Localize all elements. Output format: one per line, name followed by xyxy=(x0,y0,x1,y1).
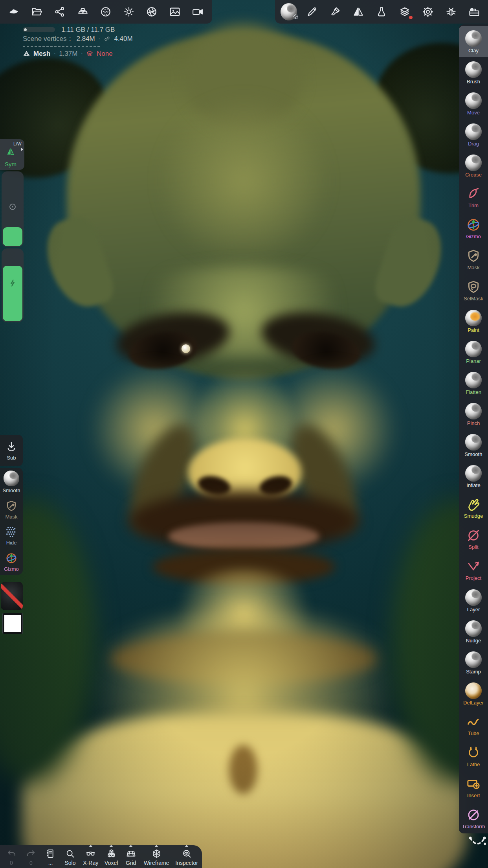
tool-label: Gizmo xyxy=(466,234,481,239)
matcap-sphere-icon xyxy=(465,403,482,419)
voxel-cubes-button[interactable]: Voxel xyxy=(105,845,118,866)
texture-none-swatch[interactable] xyxy=(1,582,23,610)
dock-button-smooth[interactable]: Smooth xyxy=(3,471,20,493)
flask-button[interactable] xyxy=(373,3,390,20)
tool-paint[interactable]: Paint xyxy=(459,305,488,337)
strength-slider[interactable] xyxy=(2,248,24,322)
voxel-cubes-icon xyxy=(106,848,117,859)
tool-inflate[interactable]: Inflate xyxy=(459,461,488,492)
tool-clay[interactable]: Clay xyxy=(459,26,488,57)
mesh-name[interactable]: Mesh xyxy=(33,50,50,58)
tool-label: Smooth xyxy=(465,452,482,457)
matcap-sphere-icon xyxy=(465,434,482,451)
debug-bug-button[interactable] xyxy=(443,3,459,20)
top-left-toolbar xyxy=(0,0,212,24)
tool-smudge[interactable]: Smudge xyxy=(459,492,488,523)
paintbrush-icon xyxy=(329,6,341,18)
aperture-button[interactable] xyxy=(143,3,160,20)
sculpt-viewport[interactable] xyxy=(0,0,488,868)
tool-drag[interactable]: Drag xyxy=(459,119,488,150)
stroke-falloff-widget[interactable] xyxy=(467,832,488,853)
strength-slider-fill[interactable] xyxy=(3,266,22,321)
settings-gear-button[interactable] xyxy=(420,3,436,20)
tool-flatten[interactable]: Flatten xyxy=(459,368,488,399)
tool-lathe[interactable]: Lathe xyxy=(459,740,488,771)
grid-plane-button[interactable]: Grid xyxy=(124,845,138,866)
tool-mask[interactable]: Mask xyxy=(459,243,488,274)
radius-slider-thumb[interactable] xyxy=(3,227,22,246)
gear-badge-icon xyxy=(293,14,299,21)
notification-dot xyxy=(409,16,413,19)
tool-label: Brush xyxy=(467,79,480,84)
video-camera-icon xyxy=(192,6,204,18)
sun-light-button[interactable] xyxy=(121,3,137,20)
tool-label: Tube xyxy=(468,731,479,736)
history-journal-button[interactable]: ... xyxy=(44,845,57,866)
separator-dot: · xyxy=(98,35,101,43)
tool-crease[interactable]: Crease xyxy=(459,150,488,181)
tool-nudge[interactable]: Nudge xyxy=(459,616,488,647)
layer-pyramid-icon xyxy=(77,6,89,18)
node-graph-button[interactable] xyxy=(51,3,68,20)
tool-dellayer[interactable]: DelLayer xyxy=(459,678,488,709)
matcap-sphere-icon xyxy=(465,310,482,326)
radius-slider[interactable] xyxy=(2,171,24,247)
dock-button-hide[interactable]: Hide xyxy=(5,525,18,546)
paintbrush-button[interactable] xyxy=(327,3,343,20)
app-logo-button[interactable] xyxy=(6,3,22,20)
tool-project[interactable]: Project xyxy=(459,554,488,585)
matcap-sphere-icon xyxy=(465,682,482,699)
mesh-layer-value[interactable]: None xyxy=(97,50,113,58)
tool-layer[interactable]: Layer xyxy=(459,585,488,616)
tool-tube[interactable]: Tube xyxy=(459,709,488,740)
debug-bug-icon xyxy=(445,6,457,18)
symmetry-toggle-button[interactable]: L/W Sym xyxy=(0,139,24,170)
tool-pinch[interactable]: Pinch xyxy=(459,399,488,430)
wireframe-sphere-button[interactable]: Wireframe xyxy=(144,845,169,866)
folder-button[interactable] xyxy=(29,3,45,20)
video-camera-button[interactable] xyxy=(189,3,206,20)
symmetry-label: Sym xyxy=(0,161,21,167)
tool-insert[interactable]: Insert xyxy=(459,771,488,802)
wireframe-sphere-icon xyxy=(151,848,162,859)
inspector-lens-icon xyxy=(182,848,192,859)
layer-pyramid-button[interactable] xyxy=(75,3,91,20)
shield-brush-icon xyxy=(5,499,18,513)
dock-button-label: Hide xyxy=(6,540,17,546)
mirror-symmetry-button[interactable] xyxy=(350,3,367,20)
shield-brush-icon xyxy=(466,248,481,264)
tool-gizmo[interactable]: Gizmo xyxy=(459,212,488,243)
dock-button-sub[interactable]: Sub xyxy=(5,440,18,461)
redo-arrow-button[interactable]: 0 xyxy=(24,845,38,866)
paint-color-swatch[interactable] xyxy=(3,613,22,634)
tool-smooth[interactable]: Smooth xyxy=(459,430,488,461)
dock-button-gizmo[interactable]: Gizmo xyxy=(4,552,19,572)
material-ball-button[interactable] xyxy=(281,3,297,20)
bottom-button-label: 0 xyxy=(29,860,33,866)
layer-stack-button[interactable] xyxy=(396,3,413,20)
tool-move[interactable]: Move xyxy=(459,88,488,119)
tool-transform[interactable]: Transform xyxy=(459,802,488,833)
tool-planar[interactable]: Planar xyxy=(459,337,488,368)
dot-sphere-button[interactable] xyxy=(97,3,114,20)
undo-arrow-button[interactable]: 0 xyxy=(5,845,18,866)
lightning-icon xyxy=(8,278,17,288)
solo-magnifier-button[interactable]: Solo xyxy=(63,845,77,866)
dock-button-label: Sub xyxy=(7,455,16,461)
image-button[interactable] xyxy=(167,3,183,20)
xray-glasses-button[interactable]: X-Ray xyxy=(83,845,98,866)
caret-up-icon xyxy=(109,845,113,847)
dock-button-mask[interactable]: Mask xyxy=(5,499,18,520)
tool-brush[interactable]: Brush xyxy=(459,57,488,88)
tool-stamp[interactable]: Stamp xyxy=(459,647,488,678)
matcap-sphere-icon xyxy=(465,61,482,78)
tool-selmask[interactable]: SelMask xyxy=(459,274,488,305)
toolbox-icon xyxy=(468,6,480,18)
memory-usage-label: 1.11 GB / 11.7 GB xyxy=(61,26,115,34)
toolbox-button[interactable] xyxy=(466,3,482,20)
pencil-button[interactable] xyxy=(304,3,320,20)
tool-split[interactable]: Split xyxy=(459,523,488,554)
tool-trim[interactable]: Trim xyxy=(459,181,488,212)
matcap-sphere-icon xyxy=(4,471,19,486)
inspector-lens-button[interactable]: Inspector xyxy=(175,845,198,866)
